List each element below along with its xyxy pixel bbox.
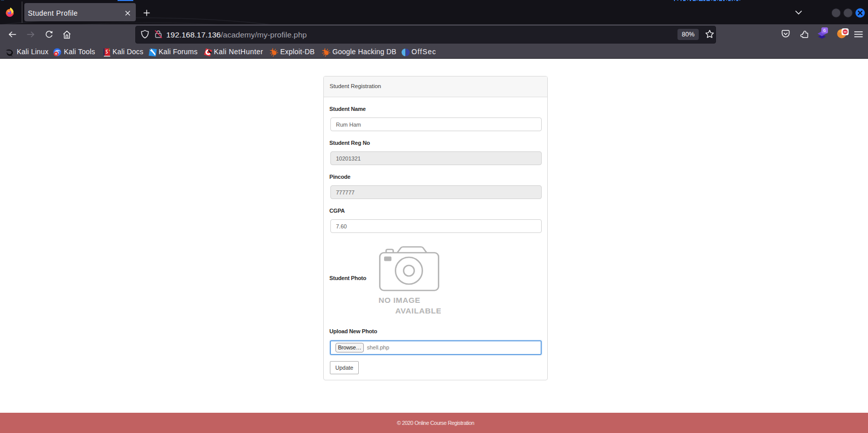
- svg-text:NO IMAGE: NO IMAGE: [379, 296, 421, 304]
- svg-text:AVAILABLE: AVAILABLE: [395, 306, 441, 315]
